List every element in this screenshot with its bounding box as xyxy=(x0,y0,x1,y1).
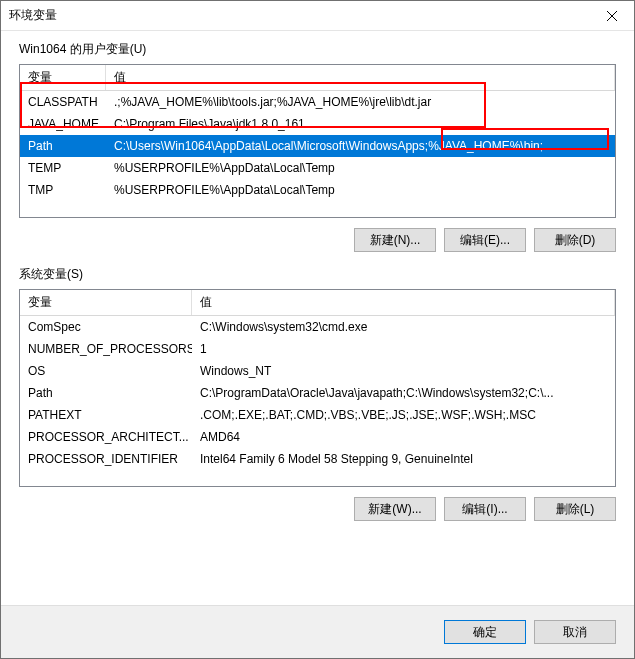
table-row[interactable]: PROCESSOR_IDENTIFIERIntel64 Family 6 Mod… xyxy=(20,448,615,470)
system-vars-group: 系统变量(S) 变量 值 ComSpecC:\Windows\system32\… xyxy=(19,266,616,521)
var-value-cell: C:\ProgramData\Oracle\Java\javapath;C:\W… xyxy=(192,386,615,400)
system-delete-button[interactable]: 删除(L) xyxy=(534,497,616,521)
var-name-cell: NUMBER_OF_PROCESSORS xyxy=(20,342,192,356)
var-name-cell: Path xyxy=(20,386,192,400)
var-name-cell: PROCESSOR_IDENTIFIER xyxy=(20,452,192,466)
col-variable[interactable]: 变量 xyxy=(20,290,192,315)
var-value-cell: .;%JAVA_HOME%\lib\tools.jar;%JAVA_HOME%\… xyxy=(106,95,615,109)
table-row[interactable]: PROCESSOR_ARCHITECT...AMD64 xyxy=(20,426,615,448)
table-row[interactable]: TMP%USERPROFILE%\AppData\Local\Temp xyxy=(20,179,615,201)
table-row[interactable]: PathC:\ProgramData\Oracle\Java\javapath;… xyxy=(20,382,615,404)
table-row[interactable]: PATHEXT.COM;.EXE;.BAT;.CMD;.VBS;.VBE;.JS… xyxy=(20,404,615,426)
var-name-cell: CLASSPATH xyxy=(20,95,106,109)
titlebar: 环境变量 xyxy=(1,1,634,31)
var-value-cell: 1 xyxy=(192,342,615,356)
var-value-cell: AMD64 xyxy=(192,430,615,444)
var-value-cell: C:\Program Files\Java\jdk1.8.0_161 xyxy=(106,117,615,131)
user-new-button[interactable]: 新建(N)... xyxy=(354,228,436,252)
user-vars-group: Win1064 的用户变量(U) 变量 值 CLASSPATH.;%JAVA_H… xyxy=(19,41,616,252)
user-vars-header: 变量 值 xyxy=(20,65,615,91)
var-name-cell: OS xyxy=(20,364,192,378)
close-icon xyxy=(607,11,617,21)
table-row[interactable]: CLASSPATH.;%JAVA_HOME%\lib\tools.jar;%JA… xyxy=(20,91,615,113)
var-value-cell: C:\Windows\system32\cmd.exe xyxy=(192,320,615,334)
var-value-cell: C:\Users\Win1064\AppData\Local\Microsoft… xyxy=(106,139,615,153)
var-name-cell: JAVA_HOME xyxy=(20,117,106,131)
var-name-cell: Path xyxy=(20,139,106,153)
user-delete-button[interactable]: 删除(D) xyxy=(534,228,616,252)
var-name-cell: ComSpec xyxy=(20,320,192,334)
system-edit-button[interactable]: 编辑(I)... xyxy=(444,497,526,521)
table-row[interactable]: ComSpecC:\Windows\system32\cmd.exe xyxy=(20,316,615,338)
user-vars-list[interactable]: 变量 值 CLASSPATH.;%JAVA_HOME%\lib\tools.ja… xyxy=(19,64,616,218)
var-value-cell: Intel64 Family 6 Model 58 Stepping 9, Ge… xyxy=(192,452,615,466)
dialog-title: 环境变量 xyxy=(1,7,57,24)
var-name-cell: PATHEXT xyxy=(20,408,192,422)
system-new-button[interactable]: 新建(W)... xyxy=(354,497,436,521)
var-value-cell: %USERPROFILE%\AppData\Local\Temp xyxy=(106,183,615,197)
system-vars-list[interactable]: 变量 值 ComSpecC:\Windows\system32\cmd.exeN… xyxy=(19,289,616,487)
var-name-cell: PROCESSOR_ARCHITECT... xyxy=(20,430,192,444)
env-vars-dialog: 环境变量 Win1064 的用户变量(U) 变量 值 CLASSPATH.;%J… xyxy=(0,0,635,659)
var-value-cell: %USERPROFILE%\AppData\Local\Temp xyxy=(106,161,615,175)
col-value[interactable]: 值 xyxy=(192,290,615,315)
table-row[interactable]: TEMP%USERPROFILE%\AppData\Local\Temp xyxy=(20,157,615,179)
col-variable[interactable]: 变量 xyxy=(20,65,106,90)
var-value-cell: Windows_NT xyxy=(192,364,615,378)
close-button[interactable] xyxy=(589,1,634,31)
cancel-button[interactable]: 取消 xyxy=(534,620,616,644)
table-row[interactable]: OSWindows_NT xyxy=(20,360,615,382)
var-name-cell: TMP xyxy=(20,183,106,197)
var-name-cell: TEMP xyxy=(20,161,106,175)
user-edit-button[interactable]: 编辑(E)... xyxy=(444,228,526,252)
table-row[interactable]: NUMBER_OF_PROCESSORS1 xyxy=(20,338,615,360)
ok-button[interactable]: 确定 xyxy=(444,620,526,644)
system-vars-label: 系统变量(S) xyxy=(19,266,616,283)
table-row[interactable]: PathC:\Users\Win1064\AppData\Local\Micro… xyxy=(20,135,615,157)
table-row[interactable]: JAVA_HOMEC:\Program Files\Java\jdk1.8.0_… xyxy=(20,113,615,135)
dialog-footer: 确定 取消 xyxy=(1,605,634,658)
col-value[interactable]: 值 xyxy=(106,65,615,90)
system-vars-header: 变量 值 xyxy=(20,290,615,316)
var-value-cell: .COM;.EXE;.BAT;.CMD;.VBS;.VBE;.JS;.JSE;.… xyxy=(192,408,615,422)
user-vars-label: Win1064 的用户变量(U) xyxy=(19,41,616,58)
